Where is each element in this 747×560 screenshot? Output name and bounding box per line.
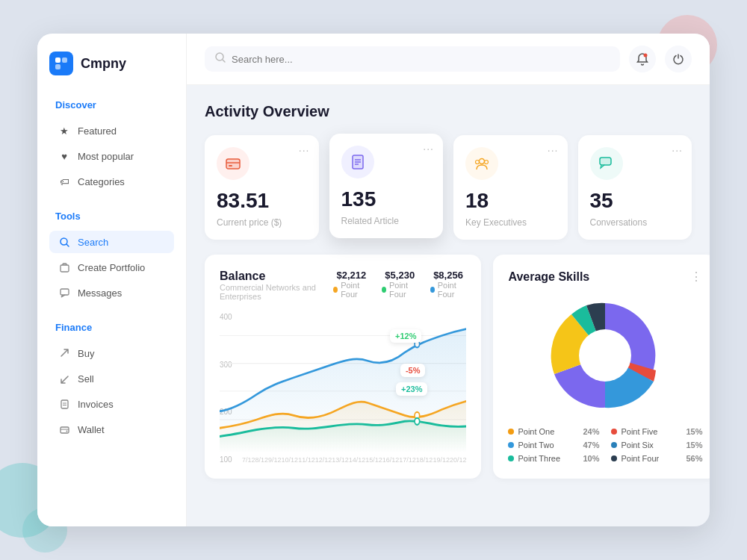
notification-button[interactable] (629, 46, 656, 72)
legend-row: Point Two 47% (508, 441, 599, 449)
sidebar-item-search[interactable]: Search (49, 231, 174, 253)
content: Activity Overview ··· 83.51 (187, 85, 710, 526)
svg-point-11 (66, 430, 67, 432)
search-input[interactable] (232, 54, 610, 65)
card-label: Key Executives (465, 217, 556, 228)
sidebar-item-categories[interactable]: 🏷 Categories (49, 170, 174, 193)
invoices-icon (58, 398, 70, 410)
skills-header: Average Skills ⋮ (508, 270, 702, 284)
legend-label: Point Four (389, 281, 418, 299)
badge-minus5: -5% (400, 364, 426, 377)
legend-label: Point Three (518, 454, 560, 463)
card-icon-wrap (341, 146, 374, 178)
svg-rect-2 (55, 64, 61, 69)
x-axis-labels: 7/12 8/12 9/12 10/12 11/12 12/12 13/12 1… (220, 456, 466, 464)
svg-rect-1 (62, 57, 67, 63)
bottom-panels: Balance Commercial Networks and Enterpri… (205, 255, 692, 479)
sell-icon (58, 373, 70, 385)
card-icon-wrap (217, 147, 249, 180)
header-actions (629, 46, 692, 72)
card-menu-icon[interactable]: ··· (423, 143, 434, 155)
svg-point-25 (476, 161, 480, 164)
svg-point-36 (579, 329, 631, 382)
heart-icon: ♥ (58, 150, 70, 162)
legend-dot (333, 287, 338, 293)
card-value: 18 (465, 189, 556, 213)
svg-rect-6 (61, 289, 69, 295)
chart-wrapper: 400 300 200 100 (220, 313, 466, 464)
legend-row: Point Six 15% (611, 441, 702, 449)
legend-label: Point Five (621, 427, 657, 436)
sidebar-item-label: Categories (78, 176, 125, 187)
tools-section: Tools Search Create Portfolio (49, 208, 174, 304)
sidebar-item-label: Search (78, 237, 108, 248)
messages-icon (58, 287, 70, 299)
main-area: Activity Overview ··· 83.51 (187, 34, 710, 526)
legend-row: Point One 24% (508, 427, 599, 436)
svg-line-4 (66, 244, 69, 246)
skills-menu-icon[interactable]: ⋮ (690, 270, 702, 284)
search-bar[interactable] (205, 46, 620, 72)
card-icon-wrap (465, 147, 498, 180)
legend-item-2: $5,230 Point Four (382, 270, 418, 299)
balance-panel: Balance Commercial Networks and Enterpri… (205, 255, 481, 479)
sidebar-item-invoices[interactable]: Invoices (49, 393, 174, 415)
svg-point-14 (644, 54, 648, 57)
search-icon (58, 236, 70, 248)
svg-point-24 (480, 159, 485, 164)
legend-row: Point Four 56% (611, 454, 702, 463)
card-label: Current price ($) (217, 217, 307, 228)
sidebar-item-create-portfolio[interactable]: Create Portfolio (49, 256, 174, 279)
stat-card-executives: ··· 18 Key Executives (453, 135, 568, 240)
legend-row: Point Five 15% (611, 427, 702, 436)
tools-label: Tools (49, 208, 174, 225)
legend-value: $8,256 (433, 270, 463, 281)
svg-rect-10 (61, 427, 69, 433)
legend-item-1: $2,212 Point Four (333, 270, 370, 299)
power-button[interactable] (665, 46, 692, 72)
portfolio-icon (58, 261, 70, 273)
card-menu-icon[interactable]: ··· (299, 144, 310, 156)
legend-item-3: $8,256 Point Four (430, 270, 467, 299)
finance-label: Finance (49, 319, 174, 336)
legend-left: Point Four (611, 454, 659, 463)
sidebar-item-wallet[interactable]: Wallet (49, 418, 174, 441)
chart-area: +12% -5% +23% (220, 319, 466, 453)
svg-rect-18 (229, 165, 232, 167)
legend-dot-row: Point Four (333, 281, 370, 299)
badge-plus12: +12% (390, 329, 421, 343)
sidebar-item-featured[interactable]: ★ Featured (49, 119, 174, 142)
card-value: 35 (590, 189, 681, 213)
legend-pct: 10% (583, 454, 599, 463)
svg-point-35 (415, 418, 420, 425)
card-menu-icon[interactable]: ··· (548, 144, 559, 156)
svg-rect-7 (61, 400, 68, 408)
sidebar-item-label: Buy (78, 348, 94, 359)
legend-dot (611, 429, 617, 435)
sidebar-item-label: Invoices (78, 399, 114, 410)
svg-rect-0 (55, 57, 61, 63)
tag-icon: 🏷 (58, 175, 70, 187)
logo-text: Cmpny (81, 56, 126, 72)
skills-legend: Point One 24% Point Five 15% (508, 427, 702, 463)
stat-cards: ··· 83.51 Current price ($) ··· (205, 135, 692, 240)
stat-card-articles: ··· 135 Related Article (329, 134, 444, 238)
legend-label: Point Four (621, 454, 659, 463)
sidebar-item-most-popular[interactable]: ♥ Most popular (49, 145, 174, 167)
wallet-icon (58, 423, 70, 435)
legend-dot (508, 442, 514, 448)
legend-dot-row: Point Four (430, 281, 467, 299)
legend-pct: 24% (583, 427, 599, 436)
card-menu-icon[interactable]: ··· (672, 144, 683, 156)
discover-label: Discover (49, 96, 174, 113)
svg-line-13 (223, 60, 225, 62)
legend-left: Point One (508, 427, 554, 436)
sidebar-item-messages[interactable]: Messages (49, 281, 174, 304)
skills-panel: Average Skills ⋮ (493, 255, 710, 479)
card-icon-wrap (590, 147, 623, 180)
badge-plus23: +23% (396, 382, 427, 396)
sidebar-item-buy[interactable]: Buy (49, 342, 174, 364)
stat-card-price: ··· 83.51 Current price ($) (205, 135, 319, 240)
chart-inner: +12% -5% +23% 7/12 8/12 9/12 10/12 11/12 (220, 313, 466, 464)
sidebar-item-sell[interactable]: Sell (49, 367, 174, 390)
